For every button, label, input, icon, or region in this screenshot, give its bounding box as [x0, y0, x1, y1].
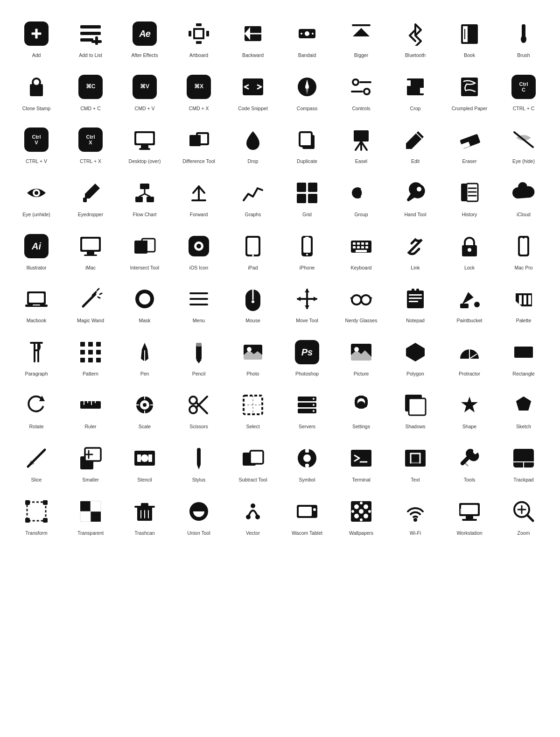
icon-item-eyedropper[interactable]: Eyedropper — [63, 173, 118, 222]
icon-item-subtract-tool[interactable]: Subtract Tool — [226, 439, 280, 487]
icon-item-bigger[interactable]: Bigger — [334, 14, 388, 63]
icon-item-move-tool[interactable]: Move Tool — [280, 279, 334, 328]
icon-item-paintbucket[interactable]: Paintbucket — [442, 279, 497, 328]
icon-item-cmd-c[interactable]: ⌘CCMD + C — [63, 67, 118, 116]
icon-item-drop[interactable]: Drop — [226, 120, 280, 169]
icon-item-paragraph[interactable]: Paragraph — [9, 333, 63, 381]
icon-item-terminal[interactable]: Terminal — [334, 439, 388, 487]
icon-item-graphs[interactable]: Graphs — [226, 173, 280, 222]
icon-item-mac-pro[interactable]: Mac Pro — [497, 227, 551, 275]
icon-item-artboard[interactable]: Artboard — [172, 14, 226, 63]
icon-item-link[interactable]: Link — [388, 227, 442, 275]
icon-item-rectangle[interactable]: Rectangle — [497, 333, 551, 381]
icon-item-pencil[interactable]: Pencil — [172, 333, 226, 381]
icon-item-duplicate[interactable]: Duplicate — [280, 120, 334, 169]
icon-item-menu[interactable]: Menu — [172, 279, 226, 328]
icon-item-code-snippet[interactable]: Code Snippet — [226, 67, 280, 116]
icon-item-edit[interactable]: Edit — [388, 120, 442, 169]
icon-item-transparent[interactable]: Transparent — [63, 492, 118, 540]
icon-item-clone-stamp[interactable]: Clone Stamp — [9, 67, 63, 116]
icon-item-trashcan[interactable]: Trashcan — [118, 492, 172, 540]
icon-item-easel[interactable]: Easel — [334, 120, 388, 169]
icon-item-keyboard[interactable]: Keyboard — [334, 227, 388, 275]
icon-item-ctrl-x[interactable]: CtrlXCTRL + X — [63, 120, 118, 169]
icon-item-eye-unhide[interactable]: Eye (unhide) — [9, 173, 63, 222]
icon-item-ruler[interactable]: Ruler — [63, 385, 118, 434]
icon-item-tools[interactable]: Tools — [442, 439, 497, 487]
icon-item-illustrator[interactable]: AiIllustrator — [9, 227, 63, 275]
icon-item-desktop-over[interactable]: Desktop (over) — [118, 120, 172, 169]
icon-item-sketch[interactable]: Sketch — [497, 385, 551, 434]
icon-item-photo[interactable]: Photo — [226, 333, 280, 381]
icon-item-symbol[interactable]: Symbol — [280, 439, 334, 487]
icon-item-crop[interactable]: Crop — [388, 67, 442, 116]
icon-item-vector[interactable]: Vector — [226, 492, 280, 540]
icon-item-shadows[interactable]: Shadows — [388, 385, 442, 434]
icon-item-book[interactable]: Book — [442, 14, 497, 63]
icon-item-stylus[interactable]: Stylus — [172, 439, 226, 487]
icon-item-backward[interactable]: Backward — [226, 14, 280, 63]
icon-item-bluetooth[interactable]: Bluetooth — [388, 14, 442, 63]
icon-item-stencil[interactable]: Stencil — [118, 439, 172, 487]
icon-item-intersect-tool[interactable]: Intersect Tool — [118, 227, 172, 275]
icon-item-pattern[interactable]: Pattern — [63, 333, 118, 381]
icon-item-settings[interactable]: Settings — [334, 385, 388, 434]
icon-item-shape[interactable]: Shape — [442, 385, 497, 434]
icon-item-pen[interactable]: Pen — [118, 333, 172, 381]
icon-item-notepad[interactable]: Notepad — [388, 279, 442, 328]
icon-item-cmd-v[interactable]: ⌘VCMD + V — [118, 67, 172, 116]
icon-item-history[interactable]: History — [442, 173, 497, 222]
icon-item-rotate[interactable]: Rotate — [9, 385, 63, 434]
icon-item-wacom-tablet[interactable]: Wacom Tablet — [280, 492, 334, 540]
icon-item-ctrl-c[interactable]: CtrlCCTRL + C — [497, 67, 551, 116]
icon-item-scale[interactable]: Scale — [118, 385, 172, 434]
icon-item-icloud[interactable]: iCloud — [497, 173, 551, 222]
icon-item-cmd-x[interactable]: ⌘XCMD + X — [172, 67, 226, 116]
icon-item-lock[interactable]: Lock — [442, 227, 497, 275]
icon-item-select[interactable]: Select — [226, 385, 280, 434]
icon-item-add-to-list[interactable]: Add to List — [63, 14, 118, 63]
icon-item-controls[interactable]: Controls — [334, 67, 388, 116]
icon-item-macbook[interactable]: Macbook — [9, 279, 63, 328]
icon-item-iphone[interactable]: iPhone — [280, 227, 334, 275]
icon-item-servers[interactable]: Servers — [280, 385, 334, 434]
icon-item-mouse[interactable]: Mouse — [226, 279, 280, 328]
icon-item-transform[interactable]: Transform — [9, 492, 63, 540]
icon-item-nerdy-glasses[interactable]: Nerdy Glasses — [334, 279, 388, 328]
icon-item-brush[interactable]: Brush — [497, 14, 551, 63]
icon-item-flow-chart[interactable]: Flow Chart — [118, 173, 172, 222]
icon-item-ipad[interactable]: iPad — [226, 227, 280, 275]
icon-item-crumpled-paper[interactable]: Crumpled Paper — [442, 67, 497, 116]
icon-item-imac[interactable]: iMac — [63, 227, 118, 275]
icon-item-compass[interactable]: Compass — [280, 67, 334, 116]
icon-item-workstation[interactable]: Workstation — [442, 492, 497, 540]
icon-item-difference-tool[interactable]: Difference Tool — [172, 120, 226, 169]
icon-item-union-tool[interactable]: Union Tool — [172, 492, 226, 540]
icon-item-ios-icon[interactable]: iOS Icon — [172, 227, 226, 275]
icon-item-add[interactable]: Add — [9, 14, 63, 63]
icon-item-zoom[interactable]: Zoom — [497, 492, 551, 540]
icon-item-protractor[interactable]: Protractor — [442, 333, 497, 381]
icon-item-eraser[interactable]: Eraser — [442, 120, 497, 169]
icon-item-photoshop[interactable]: PsPhotoshop — [280, 333, 334, 381]
icon-item-bandaid[interactable]: Bandaid — [280, 14, 334, 63]
icon-item-slice[interactable]: Slice — [9, 439, 63, 487]
icon-item-picture[interactable]: Picture — [334, 333, 388, 381]
icon-item-palette[interactable]: Palette — [497, 279, 551, 328]
icon-item-trackpad[interactable]: Trackpad — [497, 439, 551, 487]
icon-item-eye-hide[interactable]: Eye (hide) — [497, 120, 551, 169]
icon-item-magic-wand[interactable]: Magic Wand — [63, 279, 118, 328]
icon-item-text[interactable]: Text — [388, 439, 442, 487]
icon-item-scissors[interactable]: Scissors — [172, 385, 226, 434]
icon-item-group[interactable]: Group — [334, 173, 388, 222]
icon-item-grid[interactable]: Grid — [280, 173, 334, 222]
icon-item-wallpapers[interactable]: Wallpapers — [334, 492, 388, 540]
icon-item-after-effects[interactable]: AeAfter Effects — [118, 14, 172, 63]
icon-item-smaller[interactable]: Smaller — [63, 439, 118, 487]
icon-item-ctrl-v[interactable]: CtrlVCTRL + V — [9, 120, 63, 169]
icon-item-polygon[interactable]: Polygon — [388, 333, 442, 381]
icon-item-mask[interactable]: Mask — [118, 279, 172, 328]
icon-item-hand-tool[interactable]: Hand Tool — [388, 173, 442, 222]
icon-item-forward[interactable]: Forward — [172, 173, 226, 222]
icon-item-wi-fi[interactable]: Wi-Fi — [388, 492, 442, 540]
